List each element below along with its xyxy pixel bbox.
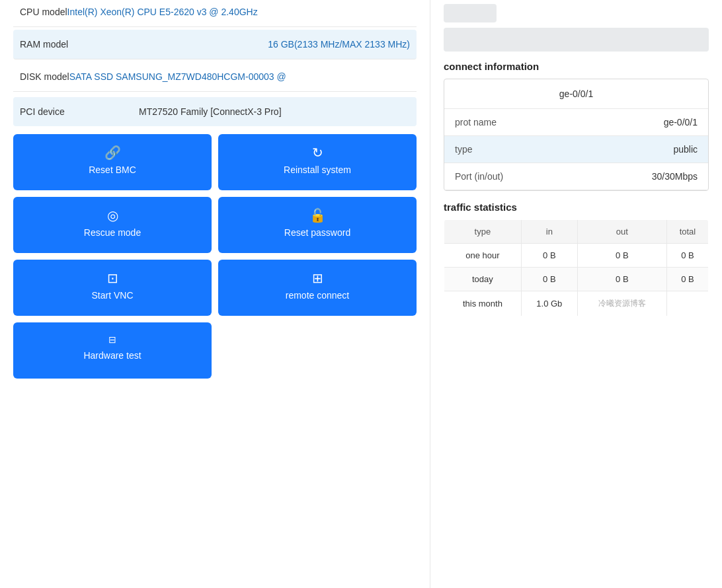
- port-header: ge-0/0/1: [444, 79, 708, 109]
- cpu-label: CPU model: [20, 7, 67, 17]
- connect-box: ge-0/0/1 prot name ge-0/0/1 type public …: [444, 79, 709, 191]
- start-vnc-label: Start VNC: [91, 290, 133, 301]
- disk-value: SATA SSD SAMSUNG_MZ7WD480HCGM-00003 @: [69, 71, 286, 82]
- reinstall-system-button[interactable]: ↻ Reinstall system: [218, 134, 417, 190]
- table-cell: 0 B: [521, 244, 577, 268]
- reset-bmc-button[interactable]: 🔗 Reset BMC: [13, 134, 212, 190]
- table-cell: 0 B: [666, 244, 708, 268]
- table-row: today0 B0 B0 B: [444, 268, 709, 291]
- rescue-mode-icon: ◎: [107, 209, 118, 222]
- reset-bmc-label: Reset BMC: [89, 165, 136, 175]
- table-row: this month1.0 Gb冷曦资源博客: [444, 291, 709, 316]
- table-cell: [666, 291, 708, 316]
- port-io-row: Port (in/out) 30/30Mbps: [444, 163, 708, 190]
- start-vnc-button[interactable]: ⊡ Start VNC: [13, 260, 212, 316]
- right-panel: connect information ge-0/0/1 prot name g…: [430, 0, 722, 588]
- col-total: total: [666, 220, 708, 244]
- table-cell: 0 B: [577, 268, 666, 291]
- reset-bmc-icon: 🔗: [104, 146, 121, 159]
- table-cell: 0 B: [521, 268, 577, 291]
- reinstall-system-icon: ↻: [312, 146, 323, 159]
- port-display-value: ge-0/0/1: [559, 89, 593, 99]
- reset-password-button[interactable]: 🔓 Reset password: [218, 197, 417, 253]
- table-cell: 0 B: [666, 268, 708, 291]
- traffic-table-header-row: type in out total: [444, 220, 709, 244]
- port-io-value: 30/30Mbps: [652, 171, 698, 182]
- cpu-row: CPU modelIntel(R) Xeon(R) CPU E5-2620 v3…: [13, 0, 417, 27]
- left-panel: CPU modelIntel(R) Xeon(R) CPU E5-2620 v3…: [0, 0, 430, 588]
- start-vnc-icon: ⊡: [107, 272, 118, 285]
- col-out: out: [577, 220, 666, 244]
- port-name-label: prot name: [455, 117, 497, 128]
- traffic-title: traffic statistics: [444, 202, 709, 213]
- disk-row: DISK modelSATA SSD SAMSUNG_MZ7WD480HCGM-…: [13, 62, 417, 92]
- table-cell: 0 B: [577, 244, 666, 268]
- port-name-value: ge-0/0/1: [664, 117, 698, 128]
- type-label: type: [455, 144, 472, 155]
- pci-row: PCI device MT27520 Family [ConnectX-3 Pr…: [13, 97, 417, 126]
- remote-connect-icon: ⊞: [312, 272, 323, 285]
- reset-password-label: Reset password: [284, 227, 350, 238]
- port-name-row: prot name ge-0/0/1: [444, 109, 708, 136]
- action-buttons-grid: 🔗 Reset BMC ↻ Reinstall system ◎ Rescue …: [13, 134, 417, 316]
- type-value: public: [673, 144, 698, 155]
- table-row: one hour0 B0 B0 B: [444, 244, 709, 268]
- table-cell: 冷曦资源博客: [577, 291, 666, 316]
- hardware-test-icon: ⊟: [108, 334, 116, 345]
- remote-connect-button[interactable]: ⊞ remote connect: [218, 260, 417, 316]
- cpu-value: Intel(R) Xeon(R) CPU E5-2620 v3 @ 2.40GH…: [67, 7, 258, 17]
- remote-connect-label: remote connect: [286, 290, 350, 301]
- col-in: in: [521, 220, 577, 244]
- reset-password-icon: 🔓: [309, 209, 326, 222]
- table-cell: 1.0 Gb: [521, 291, 577, 316]
- ram-value: 16 GB(2133 MHz/MAX 2133 MHz): [268, 39, 410, 50]
- blurred-item-1: [444, 4, 497, 22]
- hardware-test-row: ⊟ Hardware test: [13, 322, 417, 379]
- port-io-label: Port (in/out): [455, 171, 503, 182]
- table-cell: this month: [444, 291, 522, 316]
- type-row: type public: [444, 136, 708, 163]
- reinstall-system-label: Reinstall system: [284, 165, 351, 175]
- ram-label: RAM model: [20, 39, 68, 50]
- rescue-mode-label: Rescue mode: [84, 227, 141, 238]
- table-cell: today: [444, 268, 522, 291]
- disk-label: DISK model: [20, 71, 69, 82]
- hardware-test-label: Hardware test: [83, 350, 141, 361]
- traffic-table: type in out total one hour0 B0 B0 Btoday…: [444, 219, 709, 316]
- blurred-item-2: [444, 28, 709, 52]
- rescue-mode-button[interactable]: ◎ Rescue mode: [13, 197, 212, 253]
- connect-section-title: connect information: [444, 61, 709, 72]
- hardware-test-button[interactable]: ⊟ Hardware test: [13, 322, 212, 379]
- pci-label: PCI device: [20, 106, 99, 117]
- col-type: type: [444, 220, 522, 244]
- ram-row: RAM model 16 GB(2133 MHz/MAX 2133 MHz): [13, 30, 417, 59]
- pci-value: MT27520 Family [ConnectX-3 Pro]: [139, 106, 282, 117]
- table-cell: one hour: [444, 244, 522, 268]
- blurred-area-top: [444, 4, 709, 52]
